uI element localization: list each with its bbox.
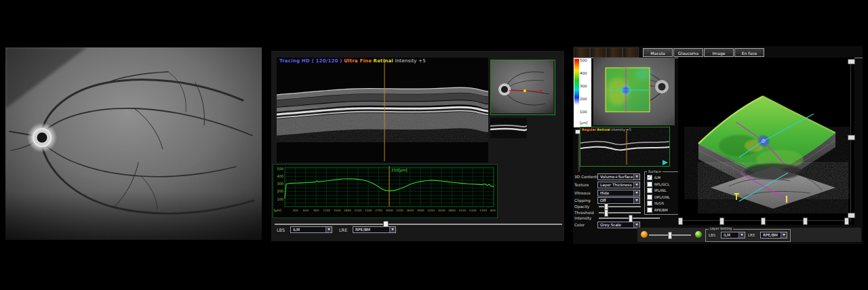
color-sphere-icon[interactable] bbox=[695, 231, 702, 238]
slider-handle[interactable] bbox=[761, 218, 766, 225]
svg-text:210[μm]: 210[μm] bbox=[391, 168, 408, 173]
svg-text:[μm]: [μm] bbox=[274, 209, 281, 212]
slider-track[interactable] bbox=[275, 224, 562, 225]
play-icon[interactable] bbox=[663, 160, 668, 165]
oct-bscan-viewport[interactable] bbox=[277, 58, 488, 163]
svg-text:5700: 5700 bbox=[479, 209, 487, 212]
chevron-down-icon[interactable]: ▼ bbox=[781, 232, 787, 238]
fundus-scan-locator[interactable] bbox=[490, 60, 555, 115]
svg-text:300: 300 bbox=[277, 182, 283, 186]
surface-group-title: Surface bbox=[647, 169, 663, 173]
fundus-photo bbox=[5, 47, 262, 240]
scan-thumbnail[interactable] bbox=[606, 47, 623, 58]
chevron-down-icon[interactable]: ▼ bbox=[633, 174, 639, 180]
chevron-down-icon[interactable]: ▼ bbox=[633, 222, 639, 228]
thickness-profile-chart[interactable]: 1002003004005003006009001200150018002100… bbox=[273, 164, 498, 218]
slider-handle[interactable] bbox=[668, 232, 672, 239]
tab-glaucoma[interactable]: Glaucoma bbox=[673, 48, 703, 57]
preview-info-header: Regular Retinal Intensity +5 bbox=[582, 128, 631, 131]
3d-contents-dropdown[interactable]: Volume+Surface▼ bbox=[597, 173, 640, 180]
lbs-label: LBS bbox=[277, 228, 285, 233]
texture-label: Texture bbox=[574, 183, 589, 187]
opacity-slider[interactable] bbox=[599, 203, 641, 209]
lre-dropdown[interactable]: RPE/BM ▼ bbox=[353, 226, 396, 233]
layer-setting-group: Layer Setting LBS ILM ▼ LRE RPE/BM ▼ bbox=[705, 229, 791, 242]
oct-thumbnail[interactable] bbox=[490, 118, 527, 138]
chevron-down-icon[interactable]: ▼ bbox=[633, 190, 639, 196]
texture-dropdown[interactable]: Layer Thickness▼ bbox=[597, 182, 640, 188]
checkbox-ipl-inl[interactable] bbox=[647, 188, 652, 193]
intensity-label: Intensity bbox=[574, 216, 591, 220]
chevron-down-icon[interactable]: ▼ bbox=[389, 227, 395, 232]
svg-text:5400: 5400 bbox=[469, 209, 477, 212]
surface-checkbox-row[interactable]: IS/OS bbox=[647, 201, 664, 206]
chevron-down-icon[interactable]: ▼ bbox=[633, 182, 639, 188]
3d-volume-view[interactable] bbox=[678, 58, 854, 225]
svg-text:300: 300 bbox=[292, 209, 298, 212]
scan-thumbnail[interactable] bbox=[623, 47, 639, 58]
scan-intensity-label: Intensity +5 bbox=[611, 128, 631, 131]
slider-handle[interactable] bbox=[803, 218, 808, 225]
thickness-map-overlay bbox=[606, 67, 652, 112]
tab-en-face[interactable]: En face bbox=[734, 48, 764, 57]
scan-type-label: Retinal bbox=[597, 128, 610, 131]
scan-mode-label: Regular bbox=[582, 128, 596, 131]
svg-text:400: 400 bbox=[277, 174, 283, 178]
checkbox-rpe-bm[interactable] bbox=[647, 207, 652, 213]
bottom-toolbar: Layer Setting LBS ILM ▼ LRE RPE/BM ▼ bbox=[637, 228, 861, 242]
lre-dropdown[interactable]: RPE/BM ▼ bbox=[760, 232, 787, 239]
layer-setting-title: Layer Setting bbox=[709, 227, 733, 230]
thickness-map-fundus[interactable] bbox=[593, 58, 675, 125]
intensity-slider[interactable] bbox=[599, 215, 660, 221]
rotation-slider[interactable] bbox=[649, 232, 691, 238]
clipping-label: Clipping bbox=[574, 199, 591, 203]
slider-handle[interactable] bbox=[678, 218, 683, 225]
chevron-down-icon[interactable]: ▼ bbox=[326, 227, 332, 232]
chevron-down-icon[interactable]: ▼ bbox=[738, 232, 745, 238]
thickness-color-scale: 500 400 300 200 100 [μm] bbox=[574, 58, 591, 127]
surface-checkbox-row[interactable]: NFL/GCL bbox=[647, 182, 669, 187]
svg-text:3300: 3300 bbox=[396, 209, 403, 212]
svg-text:3900: 3900 bbox=[417, 209, 425, 212]
svg-text:6000: 6000 bbox=[490, 209, 496, 212]
vitreous-dropdown[interactable]: Hide▼ bbox=[597, 190, 640, 196]
surface-checkbox-row[interactable]: ILM bbox=[647, 175, 660, 180]
slider-handle[interactable] bbox=[848, 59, 855, 64]
lbs-dropdown[interactable]: ILM ▼ bbox=[721, 232, 745, 239]
checkbox-opl-onl[interactable] bbox=[647, 194, 652, 200]
lre-label: LRE bbox=[748, 233, 755, 237]
scan-thumbnail[interactable] bbox=[574, 47, 590, 58]
3d-contents-label: 3D Contents bbox=[574, 175, 599, 179]
vitreous-label: Vitreous bbox=[574, 191, 591, 195]
slider-handle[interactable] bbox=[719, 218, 724, 225]
surface-checkbox-row[interactable]: OPL/ONL bbox=[647, 194, 670, 200]
scale-unit: [μm] bbox=[580, 121, 591, 125]
checkbox-is-os[interactable] bbox=[647, 201, 652, 206]
svg-text:2400: 2400 bbox=[365, 209, 372, 212]
chevron-down-icon[interactable]: ▼ bbox=[633, 198, 639, 203]
oct-preview[interactable] bbox=[580, 127, 670, 167]
svg-text:4800: 4800 bbox=[448, 209, 456, 212]
3d-vertical-controls bbox=[848, 59, 854, 222]
slider-handle[interactable] bbox=[848, 213, 855, 218]
opacity-label: Opacity bbox=[574, 205, 589, 209]
tracing-panel: Tracing HD ( 120/120 ) Ultra Fine Retina… bbox=[271, 51, 564, 241]
surface-checkbox-row[interactable]: RPE/BM bbox=[647, 207, 668, 213]
checkbox-ilm[interactable] bbox=[647, 175, 652, 180]
svg-text:1500: 1500 bbox=[334, 209, 341, 212]
checkbox-nfl-gcl[interactable] bbox=[647, 182, 652, 187]
tab-image[interactable]: Image bbox=[704, 48, 734, 57]
3d-horizontal-controls bbox=[678, 218, 849, 224]
slider-handle[interactable] bbox=[848, 135, 855, 140]
orange-sphere-icon[interactable] bbox=[641, 231, 648, 238]
color-dropdown[interactable]: Grey Scale▼ bbox=[597, 222, 640, 228]
svg-text:3600: 3600 bbox=[406, 209, 414, 212]
lbs-dropdown[interactable]: ILM ▼ bbox=[290, 226, 332, 233]
scale-tick: 300 bbox=[580, 84, 591, 88]
scan-thumbnail[interactable] bbox=[590, 47, 606, 58]
fundus-photo-image bbox=[5, 47, 262, 240]
svg-text:200: 200 bbox=[277, 189, 283, 193]
surface-checkbox-row[interactable]: IPL/INL bbox=[647, 188, 667, 193]
svg-text:4500: 4500 bbox=[438, 209, 446, 212]
tab-macula[interactable]: Macula bbox=[643, 48, 673, 57]
